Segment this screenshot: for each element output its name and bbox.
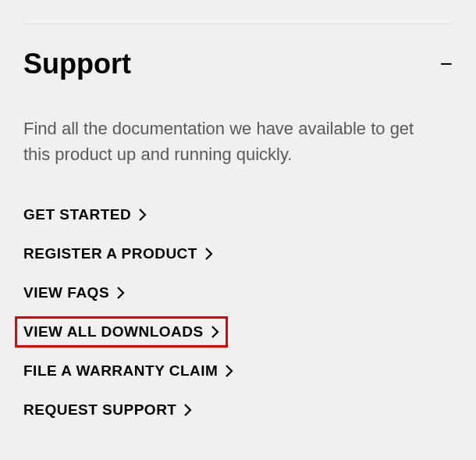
chevron-right-icon (184, 404, 192, 416)
link-register-product[interactable]: REGISTER A PRODUCT (23, 245, 213, 262)
divider (23, 23, 453, 24)
section-header[interactable]: Support − (23, 48, 453, 80)
chevron-right-icon (226, 365, 233, 377)
section-description: Find all the documentation we have avail… (23, 116, 429, 167)
link-file-warranty-claim[interactable]: FILE A WARRANTY CLAIM (23, 362, 233, 380)
section-title: Support (23, 48, 131, 80)
link-request-support[interactable]: REQUEST SUPPORT (23, 401, 192, 419)
link-get-started[interactable]: GET STARTED (23, 206, 147, 223)
link-view-all-downloads[interactable]: VIEW ALL DOWNLOADS (15, 316, 228, 348)
chevron-right-icon (211, 326, 219, 338)
chevron-right-icon (139, 209, 147, 221)
link-view-faqs[interactable]: VIEW FAQS (23, 284, 125, 301)
collapse-icon[interactable]: − (440, 52, 453, 77)
link-label: FILE A WARRANTY CLAIM (23, 362, 218, 380)
link-label: REGISTER A PRODUCT (23, 245, 197, 262)
link-label: VIEW ALL DOWNLOADS (23, 323, 204, 341)
support-links: GET STARTED REGISTER A PRODUCT VIEW FAQS… (23, 206, 453, 419)
chevron-right-icon (205, 248, 213, 260)
link-label: GET STARTED (23, 206, 131, 223)
chevron-right-icon (117, 287, 125, 299)
link-label: VIEW FAQS (23, 284, 109, 301)
link-label: REQUEST SUPPORT (23, 401, 176, 419)
